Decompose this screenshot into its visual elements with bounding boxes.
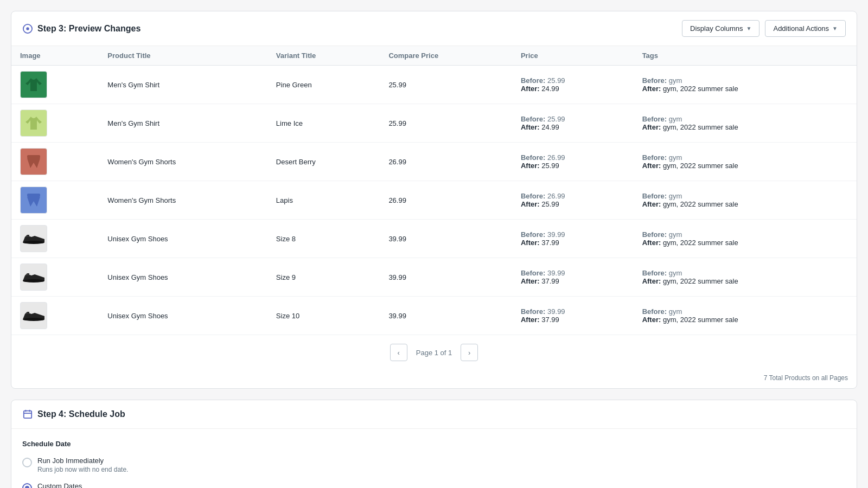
header-actions: Display Columns ▼ Additional Actions ▼ [682, 20, 846, 37]
svg-rect-3 [27, 194, 40, 197]
cell-product-title: Unisex Gym Shoes [99, 258, 267, 297]
display-columns-label: Display Columns [690, 24, 743, 33]
col-tags: Tags [634, 46, 857, 66]
cell-price: Before: 26.99 After: 25.99 [512, 181, 634, 220]
price-before-value: 25.99 [547, 76, 565, 85]
cell-product-title: Men's Gym Shirt [99, 66, 267, 104]
tags-before-label: Before: [642, 76, 667, 85]
cell-tags: Before: gym After: gym, 2022 summer sale [634, 66, 857, 104]
price-before-label: Before: [521, 153, 546, 162]
cell-variant-title: Size 10 [267, 297, 380, 335]
cell-compare-price: 26.99 [380, 181, 512, 220]
price-after-value: 24.99 [541, 123, 559, 131]
cell-compare-price: 25.99 [380, 66, 512, 104]
price-after-label: After: [521, 200, 540, 208]
cell-product-title: Women's Gym Shorts [99, 143, 267, 181]
svg-point-5 [23, 279, 44, 282]
step3-icon [22, 23, 33, 34]
tags-after-value: gym, 2022 summer sale [663, 239, 738, 247]
table-header-row: Image Product Title Variant Title Compar… [11, 46, 857, 66]
price-before-label: Before: [521, 76, 546, 85]
cell-image [11, 143, 99, 181]
cell-price: Before: 39.99 After: 37.99 [512, 220, 634, 258]
step4-content: Schedule Date Run Job Immediately Runs j… [11, 429, 857, 488]
cell-tags: Before: gym After: gym, 2022 summer sale [634, 297, 857, 335]
price-before-value: 26.99 [547, 153, 565, 162]
cell-tags: Before: gym After: gym, 2022 summer sale [634, 258, 857, 297]
price-after-value: 24.99 [541, 85, 559, 93]
tags-before-value: gym [669, 76, 682, 85]
step4-title: Step 4: Schedule Job [22, 409, 125, 420]
run-immediately-option[interactable]: Run Job Immediately Runs job now with no… [22, 457, 846, 473]
display-columns-button[interactable]: Display Columns ▼ [682, 20, 760, 37]
chevron-right-icon: › [468, 349, 470, 357]
price-after-value: 25.99 [541, 200, 559, 208]
tags-before-label: Before: [642, 230, 667, 239]
tags-before-value: gym [669, 153, 682, 162]
tags-after-label: After: [642, 277, 661, 285]
step3-header: Step 3: Preview Changes Display Columns … [11, 11, 857, 46]
price-before-value: 39.99 [547, 230, 565, 239]
run-immediately-radio[interactable] [22, 458, 32, 467]
page-info: Page 1 of 1 [412, 349, 457, 357]
price-before-label: Before: [521, 307, 546, 316]
prev-page-button[interactable]: ‹ [390, 344, 407, 361]
price-after-value: 25.99 [541, 162, 559, 170]
tags-after-label: After: [642, 162, 661, 170]
svg-point-6 [23, 318, 44, 321]
cell-image [11, 66, 99, 104]
cell-price: Before: 25.99 After: 24.99 [512, 104, 634, 143]
step3-section: Step 3: Preview Changes Display Columns … [11, 11, 857, 389]
price-before-label: Before: [521, 269, 546, 277]
tags-before-value: gym [669, 269, 682, 277]
cell-variant-title: Lapis [267, 181, 380, 220]
price-after-label: After: [521, 123, 540, 131]
tags-before-label: Before: [642, 192, 667, 200]
price-after-label: After: [521, 162, 540, 170]
tags-after-label: After: [642, 239, 661, 247]
price-before-label: Before: [521, 192, 546, 200]
table-body: Men's Gym Shirt Pine Green 25.99 Before:… [11, 66, 857, 335]
cell-variant-title: Size 8 [267, 220, 380, 258]
tags-after-value: gym, 2022 summer sale [663, 123, 738, 131]
custom-dates-option[interactable]: Custom Dates Choose custom start and end… [22, 482, 846, 488]
cell-product-title: Men's Gym Shirt [99, 104, 267, 143]
run-immediately-text: Run Job Immediately Runs job now with no… [37, 457, 128, 473]
cell-price: Before: 26.99 After: 25.99 [512, 143, 634, 181]
tags-after-value: gym, 2022 summer sale [663, 162, 738, 170]
price-after-value: 37.99 [541, 277, 559, 285]
cell-tags: Before: gym After: gym, 2022 summer sale [634, 181, 857, 220]
svg-point-4 [23, 241, 44, 244]
price-before-value: 25.99 [547, 115, 565, 123]
cell-variant-title: Lime Ice [267, 104, 380, 143]
tags-before-label: Before: [642, 269, 667, 277]
custom-dates-label: Custom Dates [37, 482, 186, 488]
cell-compare-price: 39.99 [380, 297, 512, 335]
cell-tags: Before: gym After: gym, 2022 summer sale [634, 104, 857, 143]
step4-section: Step 4: Schedule Job Schedule Date Run J… [11, 400, 857, 488]
cell-price: Before: 25.99 After: 24.99 [512, 66, 634, 104]
step3-title-text: Step 3: Preview Changes [37, 24, 141, 34]
tags-before-label: Before: [642, 115, 667, 123]
table-row: Men's Gym Shirt Lime Ice 25.99 Before: 2… [11, 104, 857, 143]
col-price: Price [512, 46, 634, 66]
additional-actions-button[interactable]: Additional Actions ▼ [765, 20, 846, 37]
additional-actions-label: Additional Actions [773, 24, 829, 33]
step3-title: Step 3: Preview Changes [22, 23, 141, 34]
cell-variant-title: Desert Berry [267, 143, 380, 181]
step4-title-text: Step 4: Schedule Job [37, 409, 125, 419]
svg-point-1 [26, 27, 29, 30]
cell-compare-price: 39.99 [380, 220, 512, 258]
custom-dates-text: Custom Dates Choose custom start and end… [37, 482, 186, 488]
preview-table-container: Image Product Title Variant Title Compar… [11, 46, 857, 335]
cell-compare-price: 25.99 [380, 104, 512, 143]
price-before-label: Before: [521, 230, 546, 239]
cell-tags: Before: gym After: gym, 2022 summer sale [634, 143, 857, 181]
cell-compare-price: 26.99 [380, 143, 512, 181]
next-page-button[interactable]: › [461, 344, 478, 361]
cell-image [11, 181, 99, 220]
custom-dates-radio[interactable] [22, 483, 32, 488]
price-after-value: 37.99 [541, 316, 559, 324]
cell-tags: Before: gym After: gym, 2022 summer sale [634, 220, 857, 258]
price-before-label: Before: [521, 115, 546, 123]
